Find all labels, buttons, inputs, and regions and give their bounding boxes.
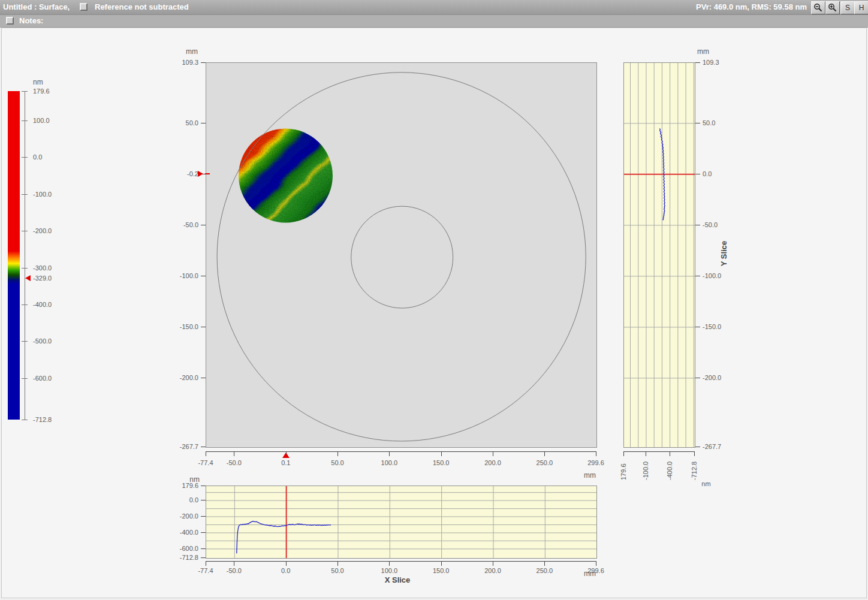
zoom-out-button[interactable] <box>811 1 825 14</box>
surface-y-tick <box>201 327 206 327</box>
surface-y-tick-label: -200.0 <box>162 374 198 381</box>
surface-x-axis-line <box>206 451 596 452</box>
notes-label: Notes: <box>19 15 43 27</box>
y-slice-x-tick-label: -712.8 <box>691 453 698 480</box>
y-slice-y-tick-label: -100.0 <box>703 272 739 279</box>
y-slice-cursor-marker[interactable] <box>198 171 203 177</box>
colorbar-tick-label: 100.0 <box>33 117 50 124</box>
y-slice-y-tick <box>695 276 700 276</box>
surface-x-tick <box>544 451 545 456</box>
x-slice-y-tick-label: 179.6 <box>162 482 198 489</box>
x-slice-x-tick-label: 200.0 <box>476 567 510 574</box>
colorbar-tick-label: 0.0 <box>33 153 42 161</box>
colorbar-tick <box>22 341 28 342</box>
title-bar: Untitled : Surface, Reference not subtra… <box>0 0 868 15</box>
magnifier-minus-icon <box>813 3 823 13</box>
y-cursor-tick <box>205 173 210 174</box>
surface-y-tick <box>201 276 206 276</box>
colorbar-tick-label: -712.8 <box>33 416 52 423</box>
x-slice-y-tick <box>201 557 206 558</box>
x-slice-x-tick <box>493 561 493 566</box>
surface-y-tick <box>201 447 206 447</box>
y-slice-bottom-unit-label: nm <box>695 480 717 488</box>
surface-y-tick-label: -50.0 <box>162 221 198 228</box>
part-outline-inner <box>351 206 453 308</box>
x-slice-y-tick-label: -712.8 <box>162 554 198 561</box>
y-slice-y-tick-label: -150.0 <box>703 323 739 330</box>
x-slice-x-tick <box>441 561 442 566</box>
surface-y-tick-label: -150.0 <box>162 323 198 330</box>
colorbar-tick <box>22 231 28 231</box>
surface-x-tick-label: 0.1 <box>269 459 303 466</box>
x-slice-x-tick <box>234 561 234 566</box>
x-slice-y-tick-label: -400.0 <box>162 529 198 536</box>
x-slice-x-tick-label: 150.0 <box>424 567 458 574</box>
surface-x-tick <box>389 451 390 456</box>
x-slice-x-tick-label: 0.0 <box>269 567 303 574</box>
color-scale-bar[interactable] <box>8 91 20 420</box>
colorbar-tick-label: -500.0 <box>33 337 52 345</box>
surface-y-tick-label: -0.2 <box>162 170 198 177</box>
x-slice-x-tick <box>206 561 206 566</box>
x-slice-y-tick <box>201 500 206 500</box>
surface-y-unit-label: mm <box>171 47 198 56</box>
notes-bar: Notes: <box>0 15 868 28</box>
x-slice-y-tick-label: -200.0 <box>162 512 198 520</box>
x-slice-cursor-marker[interactable] <box>282 453 290 458</box>
y-slice-y-tick <box>695 447 700 447</box>
surface-x-tick-label: 200.0 <box>476 459 510 466</box>
colorbar-cursor-marker[interactable] <box>25 275 31 281</box>
colorbar-tick-label: -100.0 <box>33 191 52 198</box>
y-slice-y-tick-label: 0.0 <box>703 170 739 177</box>
surface-x-tick-label: 150.0 <box>424 459 458 466</box>
surface-map-canvas[interactable] <box>206 63 596 447</box>
x-slice-plot[interactable] <box>206 486 597 559</box>
surface-x-tick-label: -50.0 <box>217 459 251 466</box>
surface-y-tick <box>201 123 206 123</box>
reference-toggle-box[interactable] <box>80 3 88 11</box>
x-slice-x-tick <box>337 561 338 566</box>
surface-y-tick-label: 109.3 <box>162 59 198 66</box>
x-profile-trace <box>237 521 331 554</box>
x-slice-x-tick <box>544 561 545 566</box>
x-slice-x-axis-line <box>206 561 596 562</box>
colorbar-tick <box>22 268 28 269</box>
y-slice-y-tick-label: -50.0 <box>703 221 739 228</box>
stats-readout: PVr: 469.0 nm, RMS: 59.58 nm <box>696 0 807 14</box>
colorbar-tick <box>22 120 28 121</box>
surface-x-tick <box>234 451 234 456</box>
xslice-plot-canvas[interactable] <box>206 486 596 558</box>
surface-y-tick <box>201 378 206 378</box>
colorbar-tick-label: -600.0 <box>33 375 52 382</box>
y-slice-y-tick <box>695 327 700 327</box>
surface-x-tick-label: 299.6 <box>579 459 613 466</box>
notes-toggle-box[interactable] <box>6 17 14 25</box>
zoom-in-button[interactable] <box>825 1 840 14</box>
x-slice-title: X Slice <box>337 575 457 584</box>
save-button[interactable]: S <box>840 1 855 14</box>
y-slice-y-tick <box>695 378 700 378</box>
surface-data-patch[interactable] <box>234 124 337 228</box>
surface-y-tick <box>201 62 206 63</box>
y-slice-y-tick-label: -200.0 <box>703 374 739 381</box>
x-slice-bottom-unit-label: mm <box>569 569 596 578</box>
surface-y-tick-label: 50.0 <box>162 119 198 126</box>
colorbar-axis-line <box>25 91 25 420</box>
colorbar-tick-label: -400.0 <box>33 301 52 308</box>
hold-button[interactable]: H <box>854 1 868 14</box>
surface-map-plot[interactable] <box>206 62 597 448</box>
y-slice-x-tick-label: -400.0 <box>666 453 673 480</box>
x-slice-x-tick-label: 50.0 <box>321 567 354 574</box>
x-slice-x-tick <box>596 561 596 566</box>
x-slice-x-tick-label: 100.0 <box>372 567 406 574</box>
x-slice-x-tick-label: -50.0 <box>217 567 251 574</box>
x-slice-y-tick <box>201 548 206 549</box>
colorbar-tick <box>22 157 28 158</box>
surface-x-tick <box>206 451 206 456</box>
part-outline-outer <box>217 73 586 441</box>
surface-x-tick-label: 250.0 <box>528 459 561 466</box>
x-slice-x-tick <box>389 561 390 566</box>
x-slice-y-tick <box>201 516 206 517</box>
yslice-plot-canvas[interactable] <box>624 63 695 447</box>
y-slice-plot[interactable] <box>623 62 695 448</box>
